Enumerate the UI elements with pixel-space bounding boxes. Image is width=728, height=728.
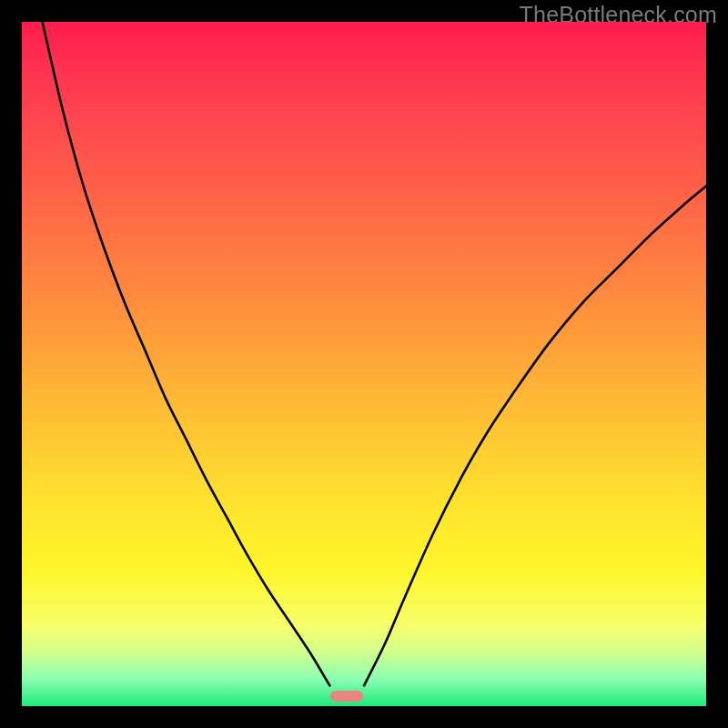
bottleneck-curve: [22, 22, 706, 706]
plot-area: [22, 22, 706, 706]
chart-frame: TheBottleneck.com: [0, 0, 728, 728]
curve-path: [43, 22, 706, 685]
optimum-marker: [330, 691, 363, 702]
